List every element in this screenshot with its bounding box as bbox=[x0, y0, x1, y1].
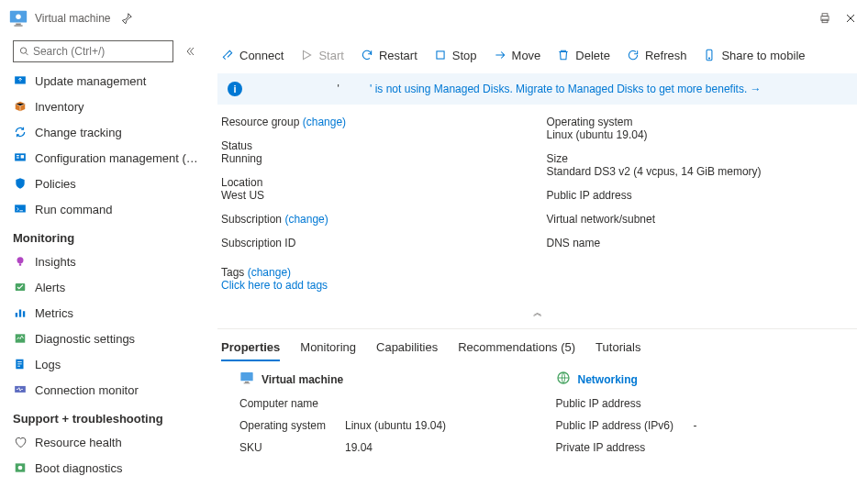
svg-point-30 bbox=[709, 58, 710, 59]
restart-button[interactable]: Restart bbox=[353, 40, 425, 70]
resource-group-label: Resource group bbox=[221, 116, 299, 128]
os-label: Operating system bbox=[547, 116, 854, 128]
sidebar-item-boot-diagnostics[interactable]: Boot diagnostics bbox=[0, 455, 206, 481]
vm-section-head: Virtual machine bbox=[239, 371, 538, 388]
resource-health-icon bbox=[13, 435, 28, 449]
vm-icon bbox=[7, 7, 29, 29]
boot-diagnostics-icon bbox=[13, 460, 28, 475]
search-icon bbox=[19, 46, 29, 57]
stop-button[interactable]: Stop bbox=[427, 40, 484, 70]
prop-pip6-value: - bbox=[694, 419, 697, 432]
sidebar-item-label: Boot diagnostics bbox=[35, 461, 122, 475]
sidebar-item-label: Configuration management (… bbox=[35, 151, 198, 165]
networking-section-head[interactable]: Networking bbox=[556, 371, 854, 388]
tab-recommendations[interactable]: Recommendations (5) bbox=[458, 340, 575, 361]
svg-rect-10 bbox=[17, 155, 19, 156]
subscription-change-link[interactable]: (change) bbox=[284, 213, 328, 226]
diagnostic-icon bbox=[13, 331, 28, 346]
sidebar-item-label: Run command bbox=[35, 203, 113, 216]
info-icon: i bbox=[228, 82, 242, 96]
svg-rect-11 bbox=[17, 157, 19, 158]
computer-name-label: Computer name bbox=[239, 397, 345, 410]
prop-priv-label: Private IP address bbox=[556, 441, 694, 454]
sidebar-item-metrics[interactable]: Metrics bbox=[0, 300, 206, 326]
print-button[interactable] bbox=[815, 8, 835, 28]
pin-button[interactable] bbox=[117, 8, 137, 28]
sidebar-group-monitoring: Monitoring bbox=[0, 222, 206, 249]
svg-point-3 bbox=[16, 14, 21, 19]
tags-add-link[interactable]: Click here to add tags bbox=[221, 279, 529, 292]
sidebar-item-label: Resource health bbox=[35, 436, 122, 449]
prop-os-value: Linux (ubuntu 19.04) bbox=[345, 419, 446, 432]
pip-label: Public IP address bbox=[547, 189, 854, 202]
svg-rect-23 bbox=[17, 363, 22, 364]
sidebar-item-label: Update management bbox=[35, 74, 146, 88]
sidebar-item-resource-health[interactable]: Resource health bbox=[0, 429, 206, 455]
command-bar: Connect Start Restart Stop Move bbox=[206, 37, 868, 73]
delete-button[interactable]: Delete bbox=[550, 40, 618, 70]
search-input[interactable] bbox=[13, 40, 173, 62]
svg-rect-5 bbox=[822, 14, 828, 17]
restart-icon bbox=[361, 49, 373, 61]
info-banner: i ' ' is not using Managed Disks. Migrat… bbox=[217, 73, 857, 105]
refresh-button[interactable]: Refresh bbox=[619, 40, 695, 70]
sidebar-item-label: Insights bbox=[35, 255, 76, 269]
sidebar-item-run-command[interactable]: Run command bbox=[0, 196, 206, 222]
sidebar-item-label: Alerts bbox=[35, 281, 65, 294]
svg-rect-31 bbox=[240, 372, 252, 381]
sidebar-item-alerts[interactable]: Alerts bbox=[0, 274, 206, 300]
location-label: Location bbox=[221, 176, 529, 189]
sidebar-item-insights[interactable]: Insights bbox=[0, 249, 206, 274]
svg-rect-2 bbox=[14, 25, 22, 26]
sidebar-item-label: Inventory bbox=[35, 100, 83, 114]
os-value: Linux (ubuntu 19.04) bbox=[547, 128, 854, 141]
sidebar-item-policies[interactable]: Policies bbox=[0, 171, 206, 196]
tab-tutorials[interactable]: Tutorials bbox=[595, 340, 640, 361]
tab-monitoring[interactable]: Monitoring bbox=[300, 340, 356, 361]
alerts-icon bbox=[13, 280, 28, 294]
policies-icon bbox=[13, 176, 28, 191]
connect-button[interactable]: Connect bbox=[214, 40, 291, 70]
sidebar-item-update-management[interactable]: Update management bbox=[0, 68, 206, 94]
essentials-collapse-toggle[interactable]: ︽ bbox=[217, 303, 857, 328]
size-value: Standard DS3 v2 (4 vcpus, 14 GiB memory) bbox=[547, 165, 854, 178]
prop-pip6-label: Public IP address (IPv6) bbox=[556, 419, 694, 432]
svg-rect-22 bbox=[17, 361, 22, 362]
move-button[interactable]: Move bbox=[486, 40, 549, 70]
close-button[interactable] bbox=[840, 8, 861, 28]
logs-icon bbox=[13, 357, 28, 371]
start-button[interactable]: Start bbox=[293, 40, 351, 70]
metrics-icon bbox=[13, 305, 28, 320]
resource-group-change-link[interactable]: (change) bbox=[303, 116, 346, 128]
banner-link[interactable]: ' is not using Managed Disks. Migrate to… bbox=[370, 83, 762, 95]
status-value: Running bbox=[221, 152, 529, 165]
tags-change-link[interactable]: (change) bbox=[248, 266, 291, 279]
share-button[interactable]: Share to mobile bbox=[696, 40, 812, 70]
subscription-label: Subscription bbox=[221, 213, 282, 226]
collapse-sidebar-button[interactable] bbox=[181, 42, 199, 61]
config-mgmt-icon bbox=[13, 150, 28, 165]
svg-rect-12 bbox=[21, 155, 24, 159]
tab-capabilities[interactable]: Capabilities bbox=[376, 340, 438, 361]
svg-rect-17 bbox=[16, 313, 17, 317]
sidebar-item-label: Logs bbox=[35, 358, 61, 371]
sidebar-item-logs[interactable]: Logs bbox=[0, 351, 206, 377]
sidebar-item-change-tracking[interactable]: Change tracking bbox=[0, 119, 206, 145]
delete-icon bbox=[557, 49, 570, 61]
refresh-icon bbox=[627, 49, 640, 61]
sidebar-item-connection-monitor[interactable]: Connection monitor bbox=[0, 377, 206, 403]
vm-icon bbox=[239, 371, 254, 388]
detail-tabs: Properties Monitoring Capabilities Recom… bbox=[217, 337, 857, 371]
sidebar-item-configuration-management[interactable]: Configuration management (… bbox=[0, 145, 206, 171]
svg-rect-19 bbox=[23, 311, 25, 316]
tab-properties[interactable]: Properties bbox=[221, 340, 280, 361]
sidebar-item-inventory[interactable]: Inventory bbox=[0, 94, 206, 119]
size-label: Size bbox=[547, 152, 854, 165]
prop-pip-label: Public IP address bbox=[556, 397, 694, 410]
update-icon bbox=[13, 73, 28, 88]
stop-icon bbox=[434, 49, 447, 61]
sidebar: Update management Inventory Change track… bbox=[0, 37, 206, 487]
svg-rect-18 bbox=[19, 310, 21, 317]
inventory-icon bbox=[13, 99, 28, 114]
sidebar-item-diagnostic-settings[interactable]: Diagnostic settings bbox=[0, 326, 206, 351]
